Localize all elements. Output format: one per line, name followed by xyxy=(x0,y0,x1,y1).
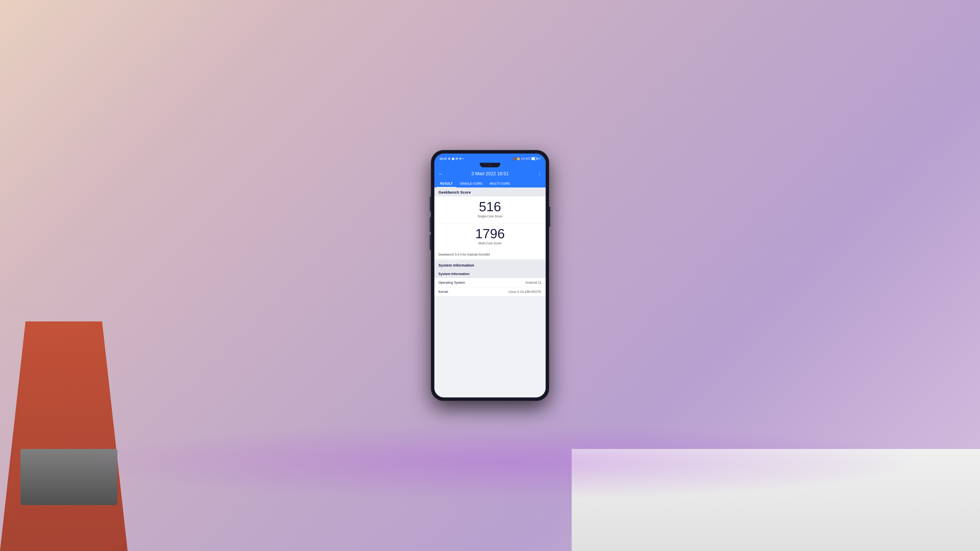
single-core-value: 516 xyxy=(438,200,542,214)
content-area: Geekbench Score 516 Single-Core Score 17… xyxy=(434,187,546,397)
dot-icon: • xyxy=(463,157,464,160)
status-bar: 18:14 ⚙ ▣ M ✉ • 🔕 📶 319 B/S 72 xyxy=(434,154,546,163)
version-info: Geekbench 5.4.4 for Android AArch64 xyxy=(434,250,546,259)
os-row: Operating System Android 11 xyxy=(434,278,546,287)
notch xyxy=(480,163,500,167)
single-core-label: Single-Core Score xyxy=(438,214,542,218)
status-right: 🔕 📶 319 B/S 72 xyxy=(513,157,541,160)
battery-percent: 72 xyxy=(538,157,541,160)
os-key: Operating System xyxy=(438,281,465,284)
menu-button[interactable]: ⋮ xyxy=(535,171,542,176)
version-text: Geekbench 5.4.4 for Android AArch64 xyxy=(438,253,490,256)
signal-text: 319 B/S xyxy=(521,157,530,160)
status-time: 18:14 xyxy=(439,157,447,160)
os-value: Android 11 xyxy=(525,281,542,284)
notch-area xyxy=(434,163,546,168)
wifi-icon: 📶 xyxy=(517,157,520,160)
tab-multi-core[interactable]: MULTİ-CORE xyxy=(486,180,514,187)
screen-icon: ▣ xyxy=(452,157,454,160)
tab-single-core[interactable]: SİNGLE-CORE xyxy=(456,180,486,187)
system-section-header: System Information xyxy=(434,260,546,269)
kernel-row: Kernel Linux 4.14.186-00379- xyxy=(434,287,546,297)
phone-device: 18:14 ⚙ ▣ M ✉ • 🔕 📶 319 B/S 72 xyxy=(431,151,549,400)
multi-core-card: 1796 Multi-Core Score xyxy=(434,224,546,250)
battery-icon xyxy=(531,157,537,160)
app-header: ← 3 Mart 2022 18:51 ⋮ xyxy=(434,168,546,180)
status-left: 18:14 ⚙ ▣ M ✉ • xyxy=(439,157,464,160)
back-button[interactable]: ← xyxy=(438,171,445,177)
gmail-icon: M xyxy=(455,157,458,160)
mute-icon: 🔕 xyxy=(513,157,516,160)
multi-core-label: Multi-Core Score xyxy=(438,241,542,245)
tab-result[interactable]: RESULT xyxy=(436,180,456,187)
geekbench-title: Geekbench Score xyxy=(438,190,542,194)
kernel-value: Linux 4.14.186-00379- xyxy=(508,290,542,294)
system-title: System Information xyxy=(438,263,542,267)
bg-purple-glow xyxy=(76,424,929,500)
header-title: 3 Mart 2022 18:51 xyxy=(445,171,535,176)
tabs-bar: RESULT SİNGLE-CORE MULTİ-CORE xyxy=(434,180,546,187)
phone-wrapper: 18:14 ⚙ ▣ M ✉ • 🔕 📶 319 B/S 72 xyxy=(431,151,549,400)
phone-screen: 18:14 ⚙ ▣ M ✉ • 🔕 📶 319 B/S 72 xyxy=(434,154,546,397)
system-info-header-text: System Information xyxy=(438,272,469,276)
email-icon: ✉ xyxy=(459,157,461,160)
system-info-header-row: System Information xyxy=(434,269,546,278)
settings-icon: ⚙ xyxy=(448,157,450,160)
front-camera xyxy=(489,164,491,166)
kernel-key: Kernel xyxy=(438,290,448,294)
multi-core-value: 1796 xyxy=(438,227,542,241)
battery-fill xyxy=(531,158,535,160)
geekbench-section-header: Geekbench Score xyxy=(434,187,546,197)
single-core-card: 516 Single-Core Score xyxy=(434,197,546,223)
